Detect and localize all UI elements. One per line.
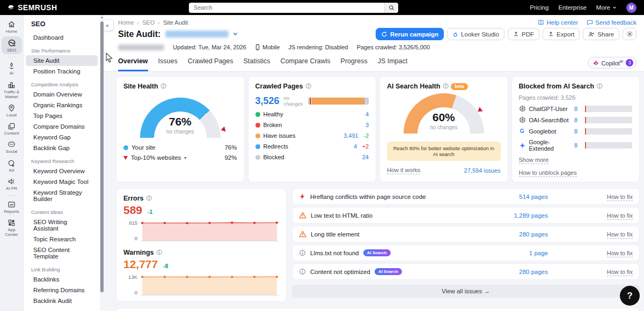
rail-item-ai[interactable]: AI <box>2 60 22 77</box>
how-to-fix-link-text[interactable]: How to fix <box>607 194 633 201</box>
sidebar-item-keyword-strategy-builder[interactable]: Keyword Strategy Builder <box>26 187 98 204</box>
tab-overview[interactable]: Overview <box>118 57 148 71</box>
sidebar-item-keyword-magic-tool[interactable]: Keyword Magic Tool <box>26 176 98 187</box>
sidebar-scrollbar[interactable]: ▲ <box>100 15 104 311</box>
tab-progress[interactable]: Progress <box>341 57 368 71</box>
sidebar-item-backlink-gap[interactable]: Backlink Gap <box>26 143 98 153</box>
blocked-count[interactable]: 8 <box>574 117 577 123</box>
info-icon[interactable]: ⓘ <box>597 83 602 90</box>
how-it-works-link[interactable]: How it works <box>387 167 420 174</box>
search-input[interactable] <box>189 3 384 13</box>
sidebar-item-position-tracking[interactable]: Position Tracking <box>26 66 98 77</box>
semrush-logo[interactable]: SEMRUSH <box>8 3 57 12</box>
view-all-issues-button[interactable]: View all issues → <box>292 285 640 298</box>
rail-item-reports[interactable]: Reports <box>2 198 22 216</box>
user-avatar[interactable]: M <box>626 3 636 13</box>
breadcrumb-seo[interactable]: SEO <box>142 19 155 26</box>
show-more-link[interactable]: Show more <box>519 157 549 164</box>
sidebar-item-backlinks[interactable]: Backlinks <box>26 274 98 285</box>
tab-crawled-pages[interactable]: Crawled Pages <box>188 57 233 71</box>
how-to-fix-link[interactable]: How to fix <box>552 231 633 238</box>
sidebar-item-dashboard[interactable]: Dashboard <box>26 32 98 43</box>
sidebar-collapse-button[interactable]: « <box>104 19 114 31</box>
issue-pages-link[interactable]: 514 pages <box>484 194 548 200</box>
info-icon[interactable]: ⓘ <box>443 83 448 90</box>
help-fab-button[interactable]: ? <box>620 286 640 306</box>
rail-item-social[interactable]: Social <box>2 138 22 156</box>
legend-top10-websites[interactable]: Top-10% websites ▾ 92% <box>123 154 237 161</box>
crawled-row-value[interactable]: 24 <box>362 154 369 160</box>
scrollbar-thumb[interactable] <box>100 21 104 292</box>
sidebar-item-backlink-audit[interactable]: Backlink Audit <box>26 295 98 306</box>
search-button[interactable] <box>384 3 398 13</box>
sidebar-item-referring-domains[interactable]: Referring Domains <box>26 285 98 295</box>
chevron-down-icon[interactable]: ▾ <box>184 156 186 160</box>
rail-item-content[interactable]: Content <box>2 120 22 137</box>
share-button[interactable]: Share <box>583 28 619 40</box>
export-button[interactable]: Export <box>543 28 580 40</box>
crawled-row-value[interactable]: 3,491 <box>343 132 358 139</box>
rail-item-aipr[interactable]: AI PR <box>2 175 22 192</box>
sidebar-item-organic-rankings[interactable]: Organic Rankings <box>26 100 98 110</box>
issue-pages-link[interactable]: 280 pages <box>484 269 548 275</box>
sidebar-item-keyword-gap[interactable]: Keyword Gap <box>26 132 98 143</box>
rail-item-appcenter[interactable]: App Center <box>2 217 22 239</box>
blocked-count[interactable]: 8 <box>574 142 577 149</box>
rerun-campaign-button[interactable]: Rerun campaign <box>376 28 444 40</box>
tab-issues[interactable]: Issues <box>158 57 178 71</box>
tab-compare-crawls[interactable]: Compare Crawls <box>281 57 331 71</box>
info-icon[interactable]: ⓘ <box>156 249 162 256</box>
rail-item-home[interactable]: Home <box>2 18 22 35</box>
ai-issues-link[interactable]: 27,594 issues <box>464 167 501 174</box>
warnings-count[interactable]: 12,777 -8 <box>123 258 279 271</box>
how-to-fix-link-text[interactable]: How to fix <box>607 212 633 220</box>
rail-item-local[interactable]: Local <box>2 102 22 119</box>
nav-more[interactable]: More <box>596 4 617 11</box>
info-icon[interactable]: ⓘ <box>305 83 311 90</box>
how-to-fix-link[interactable]: How to fix <box>552 269 633 275</box>
nav-pricing[interactable]: Pricing <box>530 4 548 11</box>
how-to-fix-link-text[interactable]: How to fix <box>607 269 633 276</box>
how-to-fix-link[interactable]: How to fix <box>552 212 633 219</box>
crawled-row-value[interactable]: 4 <box>365 111 369 117</box>
sidebar-item-topic-research[interactable]: Topic Research <box>26 234 98 245</box>
how-to-fix-link-text[interactable]: How to fix <box>607 250 633 257</box>
info-icon[interactable]: ⓘ <box>147 195 152 202</box>
send-feedback-link[interactable]: Send feedback <box>587 19 636 26</box>
issue-pages-link[interactable]: 1 page <box>484 250 548 256</box>
how-to-unblock-link[interactable]: How to unblock pages <box>519 169 577 177</box>
crawled-total[interactable]: 3,526 <box>255 95 280 107</box>
domain-dropdown-chevron[interactable] <box>232 31 238 37</box>
rail-item-traffic[interactable]: Traffic & Market <box>2 79 22 101</box>
sidebar-item-compare-domains[interactable]: Compare Domains <box>26 121 98 132</box>
sidebar-item-keyword-overview[interactable]: Keyword Overview <box>26 166 98 176</box>
sidebar-item-seo-content-template[interactable]: SEO Content Template <box>26 245 98 262</box>
how-to-fix-link[interactable]: How to fix <box>552 250 633 256</box>
blocked-count[interactable]: 8 <box>574 106 577 112</box>
rail-item-seo[interactable]: SEO <box>2 36 22 54</box>
sidebar-item-site-audit[interactable]: Site Audit <box>26 55 98 66</box>
pdf-button[interactable]: PDF <box>508 28 539 40</box>
sidebar-item-top-pages[interactable]: Top Pages <box>26 110 98 121</box>
sidebar-item-domain-overview[interactable]: Domain Overview <box>26 89 98 100</box>
breadcrumb-home[interactable]: Home <box>118 19 134 26</box>
rail-item-ad[interactable]: Ad <box>2 157 22 174</box>
info-icon[interactable]: ⓘ <box>161 83 166 90</box>
scroll-up-arrow[interactable]: ▲ <box>100 16 104 19</box>
help-center-link[interactable]: Help center <box>538 19 578 26</box>
how-to-fix-link-text[interactable]: How to fix <box>607 231 633 239</box>
nav-enterprise[interactable]: Enterprise <box>558 4 586 11</box>
tab-statistics[interactable]: Statistics <box>244 57 270 71</box>
how-to-fix-link[interactable]: How to fix <box>552 194 633 200</box>
settings-gear-button[interactable] <box>623 28 636 40</box>
crawled-row-value[interactable]: 3 <box>365 122 369 128</box>
copilot-button[interactable]: CopilotAI 3 <box>588 57 636 69</box>
blocked-count[interactable]: 8 <box>574 128 577 135</box>
sidebar-item-seo-writing-assistant[interactable]: SEO Writing Assistant <box>26 217 98 234</box>
crawled-row-value[interactable]: 4 <box>354 143 357 150</box>
tab-js-impact[interactable]: JS Impact <box>378 57 408 71</box>
looker-studio-button[interactable]: Looker Studio <box>447 28 504 40</box>
issue-pages-link[interactable]: 280 pages <box>484 231 548 238</box>
errors-count[interactable]: 589 -1 <box>123 204 279 217</box>
issue-pages-link[interactable]: 1,289 pages <box>484 212 548 219</box>
